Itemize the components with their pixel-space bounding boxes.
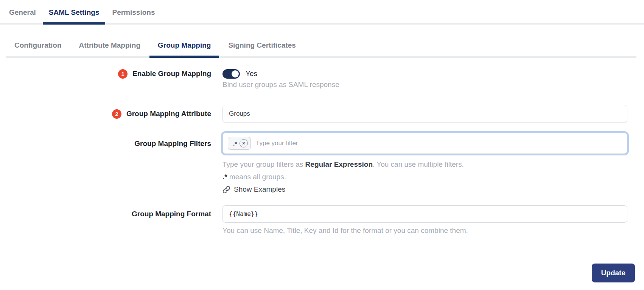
show-examples-label: Show Examples [234,185,285,194]
group-mapping-attribute-input[interactable] [222,105,627,123]
enable-group-mapping-control: Yes Bind user groups as SAML response [222,69,339,89]
group-mapping-form: 1 Enable Group Mapping Yes Bind user gro… [0,69,644,282]
group-mapping-filters-input-box[interactable]: .* ✕ [222,133,627,154]
group-mapping-format-help: You can use Name, Title, Key and Id for … [222,226,627,235]
row-enable-group-mapping: 1 Enable Group Mapping Yes Bind user gro… [0,69,644,89]
filters-help-line-1: Type your group filters as Regular Expre… [222,160,627,169]
toggle-knob [232,70,239,78]
main-tab-bar: General SAML Settings Permissions [0,0,644,25]
filters-help-line-2: .* means all groups. [222,173,627,181]
saml-sub-tab-bar: Configuration Attribute Mapping Group Ma… [6,36,636,58]
group-mapping-attribute-label-cell: 2 Group Mapping Attribute [0,105,211,123]
row-group-mapping-format: Group Mapping Format You can use Name, T… [0,205,644,235]
subtab-configuration[interactable]: Configuration [6,36,70,56]
form-actions: Update [0,264,635,282]
tab-permissions[interactable]: Permissions [106,0,161,23]
group-mapping-filters-label-cell: Group Mapping Filters [0,133,211,155]
enable-group-mapping-label: Enable Group Mapping [132,70,211,78]
group-mapping-filters-input[interactable] [256,140,622,147]
enable-group-mapping-toggle[interactable] [222,69,240,79]
subtab-group-mapping[interactable]: Group Mapping [149,36,219,56]
group-mapping-filters-control: .* ✕ Type your group filters as Regular … [222,133,627,195]
group-mapping-filters-label: Group Mapping Filters [134,140,211,148]
group-mapping-attribute-label: Group Mapping Attribute [126,110,211,118]
subtab-signing-certificates[interactable]: Signing Certificates [220,36,304,56]
enable-group-mapping-label-cell: 1 Enable Group Mapping [0,69,211,79]
step-badge-1: 1 [118,69,128,79]
toggle-state-label: Yes [246,70,257,78]
step-badge-2: 2 [112,109,121,119]
group-mapping-format-label-cell: Group Mapping Format [0,205,211,223]
remove-filter-icon[interactable]: ✕ [240,139,248,147]
group-mapping-format-input[interactable] [222,205,627,223]
row-group-mapping-attribute: 2 Group Mapping Attribute [0,105,644,123]
update-button[interactable]: Update [592,264,635,282]
filter-chip: .* ✕ [228,137,251,150]
group-mapping-format-label: Group Mapping Format [132,210,211,218]
row-group-mapping-filters: Group Mapping Filters .* ✕ Type your gro… [0,133,644,195]
group-mapping-format-control: You can use Name, Title, Key and Id for … [222,205,627,235]
filter-chip-value: .* [233,140,237,147]
tab-saml-settings[interactable]: SAML Settings [43,0,106,23]
enable-group-mapping-help: Bind user groups as SAML response [222,81,339,89]
group-mapping-attribute-control [222,105,627,123]
show-examples-link[interactable]: Show Examples [222,185,285,194]
tab-general[interactable]: General [3,0,42,23]
link-icon [222,186,230,194]
subtab-attribute-mapping[interactable]: Attribute Mapping [71,36,149,56]
